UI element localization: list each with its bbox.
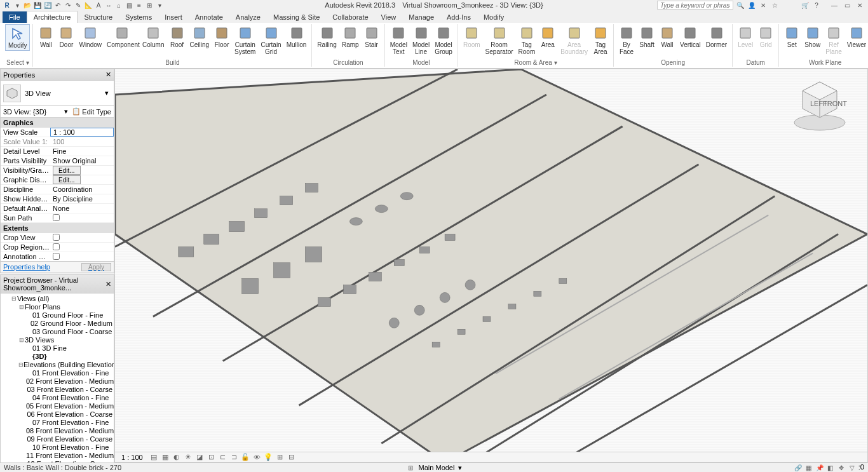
prop-value[interactable]: Fine	[50, 147, 114, 155]
select-pinned-icon[interactable]: 📌	[815, 463, 824, 472]
tree-node[interactable]: ⊟3D Views	[1, 336, 114, 344]
ribbon-tab-architecture[interactable]: Architecture	[27, 11, 78, 23]
prop-row[interactable]: Show Hidden LinesBy Discipline	[1, 194, 114, 204]
room-area-group-label[interactable]: Room & Area ▾	[461, 59, 611, 67]
select-face-icon[interactable]: ◧	[826, 463, 835, 472]
collapse-icon[interactable]: ⊟	[18, 361, 24, 369]
modify-button[interactable]: Modify	[5, 24, 30, 51]
grid-button[interactable]: Grid	[756, 24, 776, 50]
minimize-button[interactable]: —	[829, 1, 840, 10]
revit-logo-icon[interactable]: R	[3, 1, 11, 10]
close-hidden-icon[interactable]: ⊞	[145, 1, 154, 10]
dormer-button[interactable]: Dormer	[703, 24, 729, 50]
tree-node[interactable]: ⊟Elevations (Building Elevation)	[1, 361, 114, 369]
analytical-icon[interactable]: ⊟	[287, 453, 295, 462]
chevron-down-icon[interactable]: ▾	[102, 89, 111, 97]
scale-icon[interactable]: ▤	[149, 453, 158, 462]
ceiling-button[interactable]: Ceiling	[187, 24, 212, 50]
area-button[interactable]: Area	[538, 24, 558, 50]
prop-value[interactable]	[50, 214, 114, 222]
type-selector[interactable]: 3D View ▾	[1, 81, 114, 106]
vertical-button[interactable]: Vertical	[677, 24, 703, 50]
prop-row[interactable]: Crop Region Visi...	[1, 243, 114, 252]
close-icon[interactable]: ✕	[105, 280, 111, 288]
door-button[interactable]: Door	[56, 24, 76, 50]
tree-node[interactable]: 05 Front Elevation - Medium	[1, 402, 114, 410]
curtain-grid-button[interactable]: CurtainGrid	[258, 24, 283, 57]
prop-value[interactable]	[50, 253, 114, 261]
floor-button[interactable]: Floor	[212, 24, 232, 50]
collapse-icon[interactable]: ⊟	[11, 295, 17, 303]
switch-windows-icon[interactable]: ▾	[155, 1, 164, 10]
tree-node[interactable]: 03 Ground Floor - Coarse	[1, 328, 114, 336]
worksharing-icon[interactable]: ⊞	[275, 453, 284, 462]
stair-button[interactable]: Stair	[362, 24, 382, 50]
prop-row[interactable]: Visibility/Graphics...Edit...	[1, 166, 114, 175]
select-underlay-icon[interactable]: ▦	[804, 463, 813, 472]
tag-room-button[interactable]: TagRoom	[516, 24, 538, 57]
ribbon-tab-view[interactable]: View	[375, 11, 403, 23]
home-icon[interactable]: ⌂	[114, 1, 123, 10]
instance-name[interactable]: 3D View: {3D}	[3, 108, 64, 116]
chevron-down-icon[interactable]: ▾	[458, 464, 462, 472]
sun-path-icon[interactable]: ☀	[184, 453, 193, 462]
ribbon-tab-structure[interactable]: Structure	[78, 11, 119, 23]
collapse-icon[interactable]: ⊟	[18, 303, 25, 311]
tree-node[interactable]: ⊟Floor Plans	[1, 303, 114, 311]
properties-panel-header[interactable]: Properties ✕	[1, 69, 114, 81]
open-icon[interactable]: 📂	[23, 1, 32, 10]
chevron-down-icon[interactable]: ▾	[64, 107, 72, 116]
tree-node[interactable]: 03 Front Elevation - Coarse	[1, 386, 114, 394]
window-button[interactable]: Window	[76, 24, 104, 50]
unlock-icon[interactable]: 🔓	[241, 453, 250, 462]
ribbon-tab-annotate[interactable]: Annotate	[189, 11, 229, 23]
viewcube[interactable]: LEFT FRONT	[791, 76, 848, 133]
tree-node[interactable]: 01 Front Elevation - Fine	[1, 369, 114, 377]
curtain-system-button[interactable]: CurtainSystem	[232, 24, 258, 57]
measure-icon[interactable]: 📐	[84, 1, 93, 10]
main-model-label[interactable]: Main Model	[419, 464, 455, 471]
ribbon-tab-insert[interactable]: Insert	[158, 11, 189, 23]
area-boundary-button[interactable]: AreaBoundary	[558, 24, 590, 57]
tree-node[interactable]: 08 Front Elevation - Medium	[1, 427, 114, 435]
tree-node[interactable]: 02 Ground Floor - Medium	[1, 320, 114, 328]
search-icon[interactable]: 🔍	[736, 1, 745, 10]
tree-node[interactable]: {3D}	[1, 353, 114, 361]
prop-value[interactable]: By Discipline	[50, 195, 114, 203]
ribbon-tab-modify[interactable]: Modify	[477, 11, 510, 23]
save-icon[interactable]: 💾	[33, 1, 42, 10]
edit-type-button[interactable]: 📋 Edit Type	[72, 107, 111, 116]
ribbon-tab-collaborate[interactable]: Collaborate	[326, 11, 374, 23]
ribbon-tab-add-ins[interactable]: Add-Ins	[440, 11, 477, 23]
properties-help-link[interactable]: Properties help	[3, 263, 50, 271]
tree-node[interactable]: 04 Front Elevation - Fine	[1, 394, 114, 402]
viewer-button[interactable]: Viewer	[844, 24, 868, 50]
prop-row[interactable]: Detail LevelFine	[1, 147, 114, 156]
model-group-button[interactable]: ModelGroup	[432, 24, 455, 57]
tree-node[interactable]: 01 Ground Floor - Fine	[1, 311, 114, 320]
ribbon-tab-systems[interactable]: Systems	[119, 11, 158, 23]
ref-plane-button[interactable]: RefPlane	[823, 24, 844, 57]
detail-level-icon[interactable]: ▦	[161, 453, 170, 462]
prop-value[interactable]: Show Original	[50, 157, 114, 165]
restore-button[interactable]: ▭	[841, 1, 853, 10]
tree-node[interactable]: ⊟Views (all)	[1, 295, 114, 303]
level-button[interactable]: Level	[735, 24, 756, 50]
shadows-icon[interactable]: ◪	[195, 453, 204, 462]
tree-node[interactable]: 11 Front Elevation - Medium	[1, 452, 114, 460]
apply-button[interactable]: Apply	[81, 263, 111, 271]
ribbon-tab-manage[interactable]: Manage	[402, 11, 440, 23]
prop-value[interactable]: 1 : 100	[50, 128, 114, 137]
tree-node[interactable]: 07 Front Elevation - Fine	[1, 419, 114, 427]
column-button[interactable]: Column	[140, 24, 166, 50]
collapse-icon[interactable]: ⊟	[18, 336, 25, 344]
prop-row[interactable]: Scale Value 1:100	[1, 137, 114, 147]
thin-lines-icon[interactable]: ≡	[135, 1, 144, 10]
model-text-button[interactable]: ModelText	[388, 24, 410, 57]
wall-button[interactable]: Wall	[657, 24, 677, 50]
by-face-button[interactable]: ByFace	[616, 24, 637, 57]
help-icon[interactable]: ?	[812, 1, 821, 10]
ribbon-tab-massing-site[interactable]: Massing & Site	[267, 11, 326, 23]
prop-value[interactable]: Coordination	[50, 185, 114, 193]
text-icon[interactable]: A	[94, 1, 103, 10]
